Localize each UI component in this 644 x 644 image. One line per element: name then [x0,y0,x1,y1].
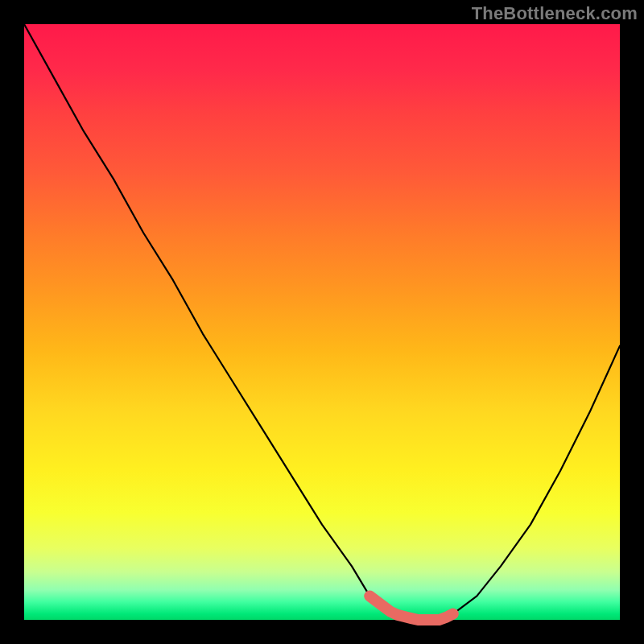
chart-frame: TheBottleneck.com [0,0,644,644]
bottleneck-curve [24,24,620,620]
plot-area [24,24,620,620]
chart-svg [24,24,620,620]
watermark-text: TheBottleneck.com [472,3,638,24]
optimal-range-marker [369,596,453,620]
